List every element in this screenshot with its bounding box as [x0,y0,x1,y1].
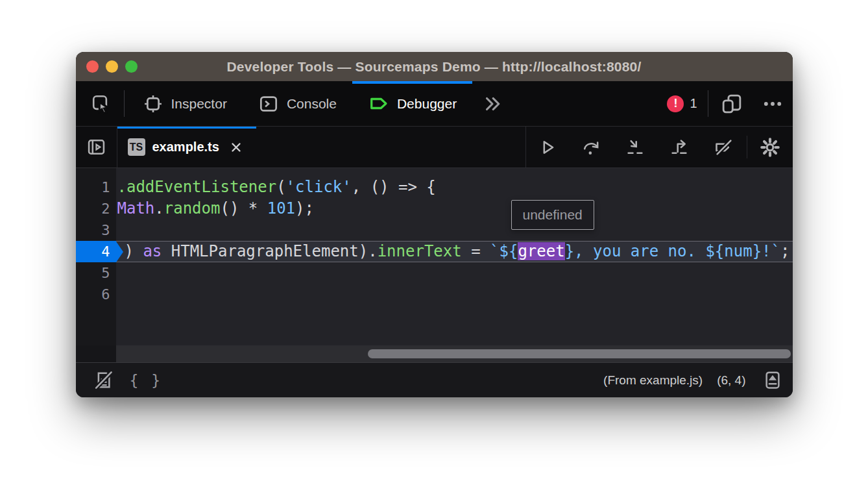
horizontal-scrollbar-row [76,345,793,362]
sidebar-toggle-icon [86,136,107,158]
resume-icon [538,138,557,157]
typescript-icon: TS [128,138,145,156]
expand-panes-button[interactable] [762,369,784,391]
code-line[interactable]: .addEventListener('click', () => { [116,177,793,198]
variable-preview-tooltip: undefined [511,200,594,230]
code-token: ; [780,242,790,260]
line-number[interactable]: 5 [76,262,116,284]
zoom-window-button[interactable] [125,60,138,73]
step-in-icon [625,138,645,157]
code-token: Math [117,199,155,217]
horizontal-scrollbar[interactable] [116,345,793,362]
error-icon: ! [667,95,684,112]
close-icon [229,140,243,155]
line-number[interactable]: 2 [76,198,116,219]
debugger-footer: { } (From example.js) (6, 4) [76,362,793,397]
debugger-settings-button[interactable] [747,127,793,167]
code-line[interactable]: ) as HTMLParagraphElement).innerText = `… [116,241,793,262]
source-tabs-row: TS example.ts [76,127,793,168]
code-row: 2Math.random() * 101); [76,198,793,219]
code-row: 6 [76,284,793,305]
code-token: ( [276,178,285,196]
code-token: 'click' [286,178,352,196]
responsive-design-mode-button[interactable] [711,81,753,126]
code-token: .addEventListener [117,178,277,196]
debugger-icon [368,93,389,114]
code-token: 101 [267,199,295,217]
tab-label: Debugger [397,96,457,112]
line-number[interactable]: 3 [76,219,116,241]
toolbar-separator [708,90,708,117]
ignore-source-button[interactable] [85,369,122,391]
console-icon [258,93,279,114]
highlighted-token: greet [518,242,564,260]
sources-panel-toggle-button[interactable] [76,127,117,167]
tab-debugger[interactable]: Debugger [352,81,472,126]
step-over-icon [581,138,601,157]
line-number[interactable]: 6 [76,284,116,305]
code-token: . [154,199,163,217]
code-token: }, you are no. ${num}!` [565,242,780,260]
toolbar-spacer [512,81,659,126]
code-line[interactable] [116,262,793,284]
cursor-position-label: (6, 4) [717,373,745,388]
window-title: Developer Tools — Sourcemaps Demo — http… [226,59,641,75]
error-count: 1 [690,96,697,111]
close-window-button[interactable] [86,60,99,73]
source-origin-label[interactable]: (From example.js) [603,373,703,388]
node-picker-icon [90,93,112,115]
error-count-button[interactable]: ! 1 [659,81,705,126]
code-line[interactable]: Math.random() * 101); [116,198,793,219]
deactivate-breakpoints-icon [713,138,735,157]
code-token: `${ [490,242,518,260]
tab-console[interactable]: Console [243,81,352,126]
meatball-menu-icon [762,94,784,114]
expand-panes-icon [763,369,782,391]
more-tools-button[interactable] [472,81,512,126]
window-controls [86,52,138,81]
minimize-window-button[interactable] [106,60,118,73]
tab-inspector[interactable]: Inspector [127,81,243,126]
code-row: 3 [76,219,793,241]
step-over-button[interactable] [569,127,613,167]
meatball-menu-button[interactable] [753,81,793,126]
code-row: 1.addEventListener('click', () => { [76,177,793,198]
step-in-button[interactable] [613,127,657,167]
code-token: , () => { [352,178,436,196]
window-titlebar: Developer Tools — Sourcemaps Demo — http… [76,52,793,81]
tab-label: Console [287,96,337,112]
gear-icon [759,136,781,158]
code-editor: 1.addEventListener('click', () => {2Math… [76,168,793,345]
resume-button[interactable] [526,127,569,167]
source-tab-label: example.ts [152,140,219,155]
responsive-design-icon [720,92,743,116]
code-line[interactable] [116,219,793,241]
code-rows: 1.addEventListener('click', () => {2Math… [76,168,793,305]
deactivate-breakpoints-button[interactable] [701,127,747,167]
code-token: = [462,242,490,260]
code-token: () * [220,199,267,217]
code-token: HTMLParagraphElement). [162,242,377,260]
code-token: ); [295,199,314,217]
toolbar-separator [124,90,125,117]
code-line[interactable] [116,284,793,305]
devtools-toolbar: Inspector Console Debugger [76,81,793,127]
line-number[interactable]: 4 [76,241,116,262]
code-row: 5 [76,262,793,284]
code-token: innerText [378,242,462,260]
close-tab-button[interactable] [226,138,246,157]
line-number[interactable]: 1 [76,177,116,198]
node-picker-button[interactable] [81,81,121,126]
braces-icon: { } [130,372,163,389]
inspector-icon [143,93,163,114]
code-row-paused: 4) as HTMLParagraphElement).innerText = … [76,241,793,262]
tab-label: Inspector [171,96,227,112]
source-tab-example-ts[interactable]: TS example.ts [117,127,256,167]
code-token: as [143,242,162,260]
pretty-print-button[interactable]: { } [122,372,171,389]
step-out-button[interactable] [657,127,701,167]
scrollbar-gutter [76,345,116,362]
scrollbar-thumb[interactable] [368,349,791,358]
blackbox-source-icon [93,369,114,391]
code-token: random [164,199,221,217]
